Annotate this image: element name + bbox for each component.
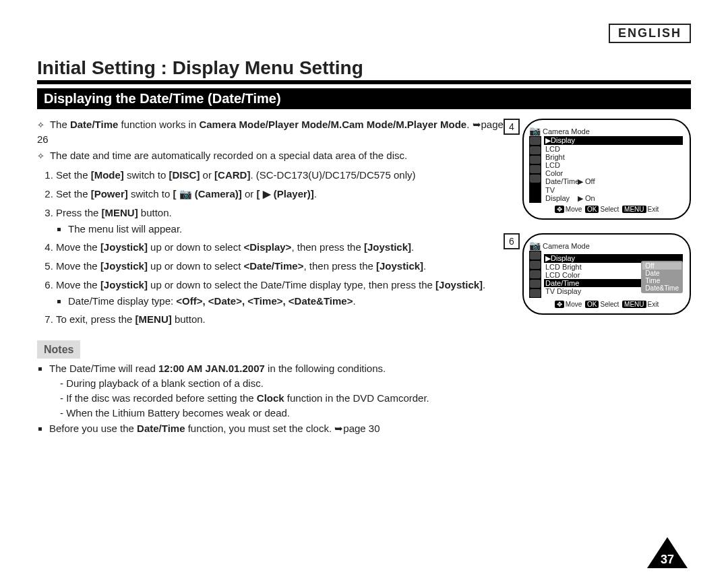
intro-line-1: ✧ The Date/Time function works in Camera… <box>37 117 512 147</box>
step-6: Move the [Joystick] up or down to select… <box>56 278 512 309</box>
step-5: Move the [Joystick] up or down to select… <box>56 259 512 274</box>
step-6-sub: Date/Time display type: <Off>, <Date>, <… <box>68 294 512 309</box>
step-3-sub: The menu list will appear. <box>68 222 512 237</box>
page-number-badge: 37 <box>647 537 688 568</box>
screen-4-highlight: ▶Display <box>544 136 683 145</box>
screen-6: 6 📷 Camera Mode ▶Display LCD Bright LCD … <box>522 233 691 315</box>
screen-4-badge: 4 <box>504 119 520 135</box>
steps-list: Set the [Mode] switch to [DISC] or [CARD… <box>37 168 512 327</box>
step-3: Press the [MENU] button. The menu list w… <box>56 206 512 237</box>
notes-heading: Notes <box>37 340 80 359</box>
step-1: Set the [Mode] switch to [DISC] or [CARD… <box>56 168 512 183</box>
move-icon: ✥ <box>555 301 564 308</box>
section-heading: Displaying the Date/Time (Date/Time) <box>37 88 691 109</box>
move-icon: ✥ <box>555 206 564 213</box>
manual-page: ENGLISH Initial Setting : Display Menu S… <box>0 0 728 583</box>
ok-icon: OK <box>585 206 599 213</box>
language-box: ENGLISH <box>609 24 691 43</box>
camera-icon: 📷 <box>529 240 541 251</box>
diamond-icon: ✧ <box>37 120 44 130</box>
note-1a: - During playback of a blank section of … <box>60 376 512 391</box>
note-1c: - When the Lithium Battery becomes weak … <box>60 406 512 421</box>
date-time-popup: Off Date Time Date&Time <box>641 261 683 293</box>
intro-line-2: ✧ The date and time are automatically re… <box>37 148 512 163</box>
camera-icon: 📷 <box>529 125 541 136</box>
notes-list: The Date/Time will read 12:00 AM JAN.01.… <box>49 361 512 436</box>
side-tabs <box>529 251 541 298</box>
body-text: ✧ The Date/Time function works in Camera… <box>37 116 512 437</box>
screen-4: 4 📷 Camera Mode ▶Display LCD Bright LCD … <box>522 119 691 220</box>
step-4: Move the [Joystick] up or down to select… <box>56 240 512 255</box>
side-tabs <box>529 136 541 203</box>
screen-4-hints: ✥Move OKSelect MENUExit <box>529 206 683 213</box>
menu-icon: MENU <box>622 301 646 308</box>
page-title: Initial Setting : Display Menu Setting <box>37 57 691 84</box>
screen-6-mode: Camera Mode <box>543 242 590 250</box>
note-2: Before you use the Date/Time function, y… <box>49 421 512 436</box>
screen-6-badge: 6 <box>504 233 520 249</box>
step-7: To exit, press the [MENU] button. <box>56 312 512 327</box>
screen-6-hints: ✥Move OKSelect MENUExit <box>529 301 683 308</box>
page-number: 37 <box>647 537 688 568</box>
note-1b: - If the disc was recorded before settin… <box>60 391 512 406</box>
note-1: The Date/Time will read 12:00 AM JAN.01.… <box>49 361 512 420</box>
ok-icon: OK <box>585 301 599 308</box>
screen-4-menu: ▶Display LCD Bright LCD Color Date/Time▶… <box>544 136 683 203</box>
illustrations: 4 📷 Camera Mode ▶Display LCD Bright LCD … <box>522 116 691 437</box>
step-2: Set the [Power] switch to [ 📷 (Camera)] … <box>56 187 512 202</box>
screen-4-mode: Camera Mode <box>543 127 590 135</box>
diamond-icon: ✧ <box>37 151 44 161</box>
menu-icon: MENU <box>622 206 646 213</box>
